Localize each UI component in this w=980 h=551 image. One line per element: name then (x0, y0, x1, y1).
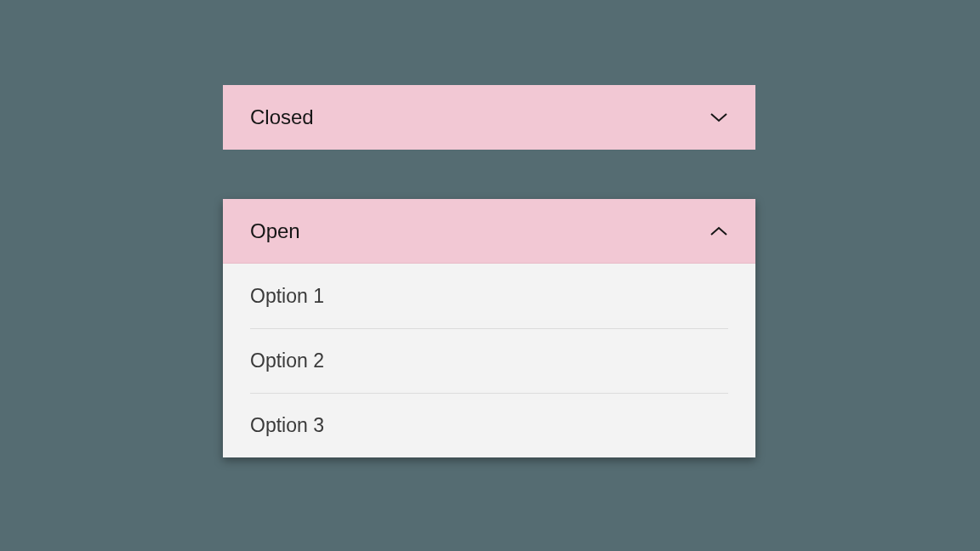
dropdown-closed-header[interactable]: Closed (223, 85, 755, 150)
chevron-up-icon (709, 222, 728, 241)
dropdown-option-label: Option 3 (250, 414, 324, 437)
dropdown-option-label: Option 2 (250, 349, 324, 372)
dropdown-option-label: Option 1 (250, 285, 324, 308)
chevron-down-icon (709, 108, 728, 127)
dropdown-option[interactable]: Option 1 (223, 264, 755, 328)
dropdown-option[interactable]: Option 3 (223, 393, 755, 457)
dropdown-options-list: Option 1 Option 2 Option 3 (223, 264, 755, 457)
dropdown-closed[interactable]: Closed (223, 85, 755, 150)
dropdown-open-header[interactable]: Open (223, 199, 755, 264)
dropdown-closed-label: Closed (250, 105, 314, 129)
dropdown-option[interactable]: Option 2 (223, 328, 755, 393)
dropdown-open-label: Open (250, 219, 300, 243)
dropdown-open[interactable]: Open Option 1 Option 2 Option 3 (223, 199, 755, 457)
